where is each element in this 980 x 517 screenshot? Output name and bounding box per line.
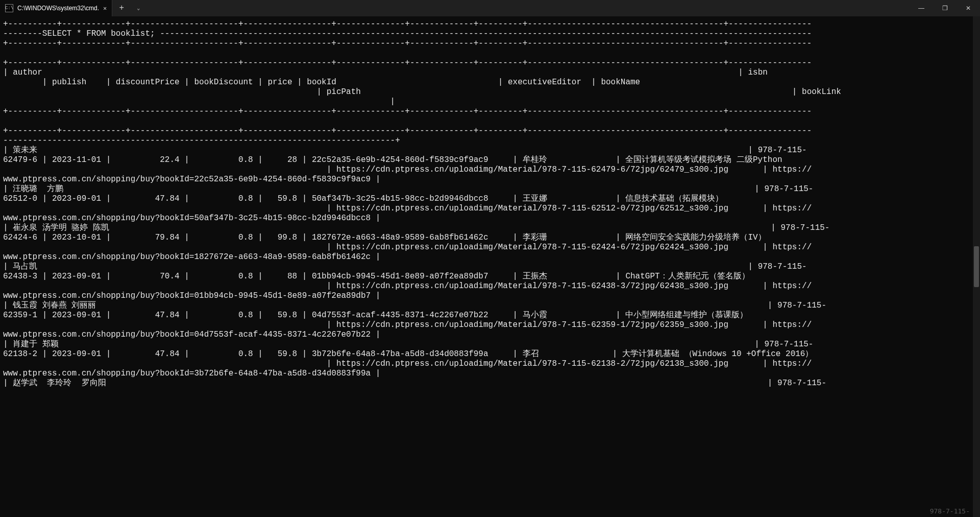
titlebar: C:\ C:\WINDOWS\system32\cmd. ✕ + ⌄ — ❐ ✕	[0, 0, 980, 16]
close-button[interactable]: ✕	[957, 0, 980, 16]
tab-close-icon[interactable]: ✕	[103, 5, 107, 12]
watermark-text: 978-7-115-	[930, 507, 970, 515]
tab-dropdown-icon[interactable]: ⌄	[131, 0, 146, 16]
new-tab-button[interactable]: +	[112, 0, 131, 16]
tab-title: C:\WINDOWS\system32\cmd.	[17, 5, 99, 12]
titlebar-drag-region	[146, 0, 910, 16]
scrollbar-thumb[interactable]	[974, 246, 979, 287]
cmd-icon: C:\	[5, 4, 13, 12]
terminal-output: +----------+-------------+--------------…	[3, 19, 977, 388]
tab-cmd[interactable]: C:\ C:\WINDOWS\system32\cmd. ✕	[0, 0, 112, 16]
maximize-button[interactable]: ❐	[933, 0, 957, 16]
minimize-button[interactable]: —	[910, 0, 933, 16]
terminal-viewport[interactable]: +----------+-------------+--------------…	[0, 16, 980, 517]
scrollbar-vertical[interactable]	[973, 16, 980, 517]
